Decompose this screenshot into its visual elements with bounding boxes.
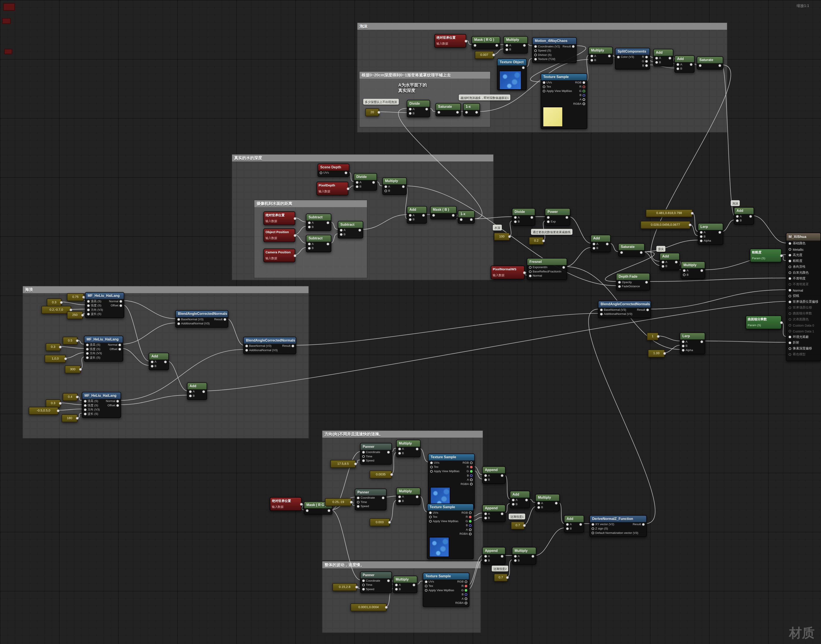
pin-in[interactable] <box>505 44 508 46</box>
node-c00035[interactable]: 0.0035 <box>369 471 392 478</box>
pin-in[interactable] <box>409 107 412 110</box>
pin-in[interactable] <box>682 349 684 351</box>
node-scened[interactable]: Scene DepthUVs <box>318 164 349 177</box>
pin-in[interactable] <box>362 451 365 453</box>
pin-in[interactable] <box>789 324 791 327</box>
node-objp[interactable]: Object Position输入数据 <box>263 228 295 242</box>
pin-in[interactable] <box>512 498 515 501</box>
pin-out[interactable] <box>749 215 752 218</box>
pin-out[interactable] <box>469 528 472 531</box>
pin-out[interactable] <box>700 340 703 343</box>
node-sub2[interactable]: SubtractAB <box>338 221 363 239</box>
node-awp1[interactable]: 绝对世界位置输入数据 <box>434 34 466 48</box>
pin-out[interactable] <box>525 498 528 501</box>
pin-out[interactable] <box>582 89 585 92</box>
pin-in[interactable] <box>700 239 703 242</box>
pin-out[interactable] <box>496 44 498 46</box>
pin-out[interactable] <box>645 281 648 283</box>
pin-in[interactable] <box>789 330 791 333</box>
pin-out[interactable] <box>81 314 84 317</box>
pin-out[interactable] <box>387 451 390 453</box>
pin-in[interactable] <box>484 512 487 515</box>
pin-in[interactable] <box>789 254 791 256</box>
pin-in[interactable] <box>357 505 360 508</box>
pin-out[interactable] <box>506 576 509 579</box>
pin-in[interactable] <box>308 221 311 224</box>
node-blend3[interactable]: BlendAngleCorrectedNormalsBaseNormal (V3… <box>598 301 651 318</box>
node-texobj[interactable]: Texture Object <box>497 58 527 90</box>
node-c07b[interactable]: 0.7 <box>494 573 508 582</box>
node-c03b[interactable]: 0.3 <box>46 343 60 351</box>
pin-in[interactable] <box>356 181 358 183</box>
pin-in[interactable] <box>529 270 532 273</box>
node-split[interactable]: SplitComponentsColor (V3)RGB <box>615 48 650 69</box>
pin-in[interactable] <box>425 580 427 583</box>
node-vec3[interactable]: -0.5,0.5,0 <box>29 407 58 415</box>
pin-out[interactable] <box>530 216 533 219</box>
node-mul8[interactable]: MultiplyAB <box>393 576 417 593</box>
pin-in[interactable] <box>357 501 360 503</box>
pin-out[interactable] <box>608 55 611 57</box>
pin-in[interactable] <box>593 242 595 245</box>
comment-title[interactable]: 真实的水的深度 <box>232 155 493 161</box>
pin-out[interactable] <box>354 463 357 465</box>
comment-title[interactable]: 摄像机到水面的距离 <box>254 200 367 207</box>
pin-in[interactable] <box>320 171 322 174</box>
pin-in[interactable] <box>430 465 433 468</box>
node-add7[interactable]: AddAB <box>734 207 754 225</box>
node-awp2[interactable]: 绝对世界位置输入数据 <box>263 212 295 225</box>
pin-in[interactable] <box>682 344 684 347</box>
pin-out[interactable] <box>79 368 82 371</box>
pin-in[interactable] <box>151 360 153 363</box>
node-add9[interactable]: AddAB <box>510 491 530 508</box>
node-sub3[interactable]: SubtractAB <box>306 235 331 252</box>
pin-in[interactable] <box>591 532 594 534</box>
node-c1[interactable]: 1 <box>647 333 659 340</box>
pin-in[interactable] <box>505 48 508 51</box>
pin-in[interactable] <box>677 67 679 70</box>
pin-out[interactable] <box>780 254 783 257</box>
pin-in[interactable] <box>84 400 86 402</box>
pin-in[interactable] <box>655 57 658 59</box>
node-add4[interactable]: AddAB <box>149 353 169 370</box>
node-lerp2[interactable]: LerpABAlpha <box>680 333 705 354</box>
pin-in[interactable] <box>398 447 401 450</box>
pin-out[interactable] <box>116 400 119 402</box>
pin-out[interactable] <box>119 300 122 302</box>
pin-out[interactable] <box>475 111 478 113</box>
pin-in[interactable] <box>398 495 401 498</box>
node-blend1[interactable]: BlendAngleCorrectedNormalsBaseNormal (V3… <box>175 310 228 328</box>
node-c075[interactable]: 0.75 <box>67 293 84 301</box>
node-mul9[interactable]: MultiplyAB <box>512 547 536 565</box>
pin-out[interactable] <box>582 85 585 88</box>
pin-in[interactable] <box>473 44 476 46</box>
pin-in[interactable] <box>789 347 791 350</box>
node-texs3[interactable]: Texture SampleUVsRGBTexRApply View MipBi… <box>427 503 473 559</box>
pin-in[interactable] <box>340 228 342 231</box>
pin-in[interactable] <box>789 283 791 286</box>
pin-out[interactable] <box>452 214 455 216</box>
pin-in[interactable] <box>529 274 532 277</box>
node-mf2[interactable]: MF_HeLiu_HaiLang浪高 (S)Normal强度 (S)Offset… <box>84 336 123 362</box>
pin-out[interactable] <box>402 185 404 188</box>
pin-in[interactable] <box>362 459 365 462</box>
pin-in[interactable] <box>409 218 412 221</box>
pin-in[interactable] <box>529 266 532 268</box>
pin-in[interactable] <box>543 89 545 92</box>
node-sat1[interactable]: Saturate <box>697 56 723 69</box>
node-pan3[interactable]: PannerCoordinateTimeSpeed <box>360 572 392 593</box>
node-div3[interactable]: DivideAB <box>512 208 535 226</box>
pin-in[interactable] <box>395 583 398 586</box>
pin-out[interactable] <box>422 214 425 216</box>
pin-in[interactable] <box>591 523 594 525</box>
pin-out[interactable] <box>606 242 608 245</box>
pin-out[interactable] <box>326 242 329 245</box>
pin-in[interactable] <box>84 412 86 415</box>
pin-in[interactable] <box>682 340 684 343</box>
node-c180[interactable]: 180 <box>62 414 78 422</box>
pin-in[interactable] <box>340 233 342 236</box>
pin-out[interactable] <box>385 606 388 609</box>
pin-in[interactable] <box>683 273 685 276</box>
pin-in[interactable] <box>430 461 433 464</box>
pin-out[interactable] <box>501 474 503 477</box>
